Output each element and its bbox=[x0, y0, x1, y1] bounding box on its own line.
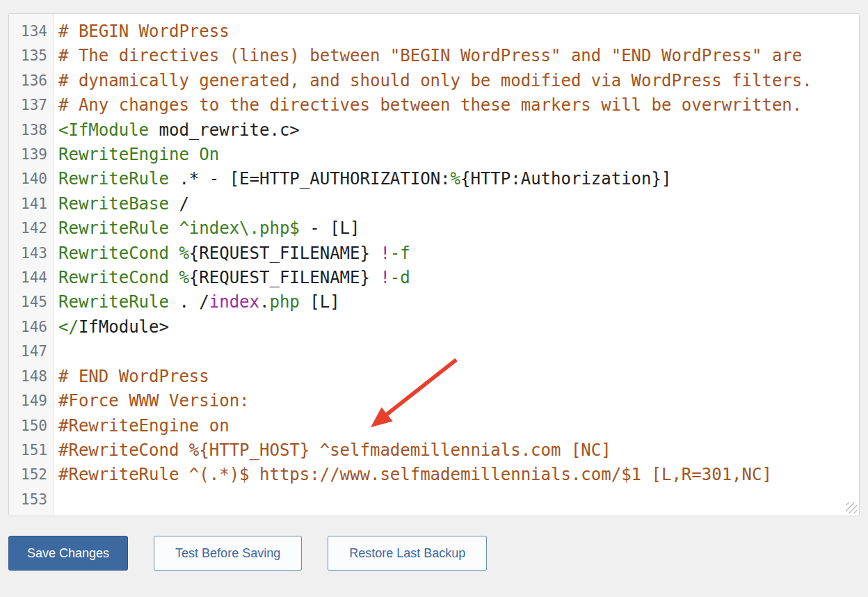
code-line: 144RewriteCond %{REQUEST_FILENAME} !-d bbox=[9, 266, 859, 290]
line-number: 151 bbox=[9, 438, 54, 463]
code-line: 140RewriteRule .* - [E=HTTP_AUTHORIZATIO… bbox=[9, 167, 859, 191]
code-line: 143RewriteCond %{REQUEST_FILENAME} !-f bbox=[9, 241, 859, 266]
code-text: RewriteEngine On bbox=[54, 143, 219, 167]
line-number: 135 bbox=[9, 44, 54, 68]
line-number: 146 bbox=[9, 315, 54, 340]
code-line: 141RewriteBase / bbox=[9, 192, 859, 216]
line-number: 145 bbox=[9, 290, 54, 315]
code-text: RewriteRule . /index.php [L] bbox=[54, 290, 340, 315]
code-lines: 134# BEGIN WordPress135# The directives … bbox=[9, 19, 859, 512]
code-text: #RewriteCond %{HTTP_HOST} ^selfmademille… bbox=[54, 438, 611, 463]
code-text bbox=[54, 488, 58, 512]
code-line: 142RewriteRule ^index\.php$ - [L] bbox=[9, 216, 859, 241]
line-number: 140 bbox=[9, 167, 54, 191]
line-number: 152 bbox=[9, 463, 54, 487]
line-number: 153 bbox=[9, 488, 54, 512]
code-line: 137# Any changes to the directives betwe… bbox=[9, 93, 859, 118]
code-text: # BEGIN WordPress bbox=[54, 19, 230, 44]
line-number: 149 bbox=[9, 389, 54, 413]
code-text: #Force WWW Version: bbox=[54, 389, 250, 413]
code-text: <IfModule mod_rewrite.c> bbox=[54, 118, 300, 143]
code-line: 151#RewriteCond %{HTTP_HOST} ^selfmademi… bbox=[9, 438, 859, 463]
code-text bbox=[54, 340, 58, 364]
test-before-saving-button[interactable]: Test Before Saving bbox=[154, 536, 302, 571]
line-number: 144 bbox=[9, 266, 54, 290]
code-text: #RewriteEngine on bbox=[54, 414, 230, 438]
line-number: 138 bbox=[9, 118, 54, 143]
save-changes-button[interactable]: Save Changes bbox=[8, 536, 128, 571]
code-text: # END WordPress bbox=[54, 365, 209, 389]
code-text: RewriteCond %{REQUEST_FILENAME} !-d bbox=[54, 266, 410, 290]
line-number: 150 bbox=[9, 414, 54, 438]
code-line: 139RewriteEngine On bbox=[9, 143, 859, 167]
code-text: #RewriteRule ^(.*)$ https://www.selfmade… bbox=[54, 463, 772, 487]
code-text: RewriteRule .* - [E=HTTP_AUTHORIZATION:%… bbox=[54, 167, 671, 191]
restore-last-backup-button[interactable]: Restore Last Backup bbox=[328, 536, 487, 571]
code-line: 153 bbox=[9, 488, 859, 512]
code-line: 138<IfModule mod_rewrite.c> bbox=[9, 118, 859, 143]
code-text: # Any changes to the directives between … bbox=[54, 93, 802, 118]
code-line: 147 bbox=[9, 340, 859, 364]
code-text: # dynamically generated, and should only… bbox=[54, 69, 812, 93]
line-number: 137 bbox=[9, 93, 54, 118]
line-number: 134 bbox=[9, 19, 54, 44]
line-number: 147 bbox=[9, 340, 54, 364]
code-text: RewriteRule ^index\.php$ - [L] bbox=[54, 216, 360, 241]
code-line: 134# BEGIN WordPress bbox=[9, 19, 859, 44]
code-line: 149#Force WWW Version: bbox=[9, 389, 859, 413]
code-text: RewriteCond %{REQUEST_FILENAME} !-f bbox=[54, 241, 410, 266]
htaccess-code-editor[interactable]: 134# BEGIN WordPress135# The directives … bbox=[8, 13, 860, 516]
line-number: 136 bbox=[9, 69, 54, 93]
code-line: 136# dynamically generated, and should o… bbox=[9, 69, 859, 93]
code-text: # The directives (lines) between "BEGIN … bbox=[54, 44, 802, 68]
action-button-row: Save Changes Test Before Saving Restore … bbox=[8, 536, 487, 571]
code-line: 150#RewriteEngine on bbox=[9, 414, 859, 438]
code-line: 152#RewriteRule ^(.*)$ https://www.selfm… bbox=[9, 463, 859, 487]
code-line: 148# END WordPress bbox=[9, 365, 859, 389]
line-number: 142 bbox=[9, 216, 54, 241]
code-line: 135# The directives (lines) between "BEG… bbox=[9, 44, 859, 68]
line-number: 141 bbox=[9, 192, 54, 216]
resize-handle-icon[interactable] bbox=[846, 502, 857, 514]
code-text: RewriteBase / bbox=[54, 192, 189, 216]
code-line: 145RewriteRule . /index.php [L] bbox=[9, 290, 859, 315]
line-number: 143 bbox=[9, 241, 54, 266]
line-number: 139 bbox=[9, 143, 54, 167]
code-text: </IfModule> bbox=[54, 315, 169, 340]
line-number: 148 bbox=[9, 365, 54, 389]
code-line: 146</IfModule> bbox=[9, 315, 859, 340]
